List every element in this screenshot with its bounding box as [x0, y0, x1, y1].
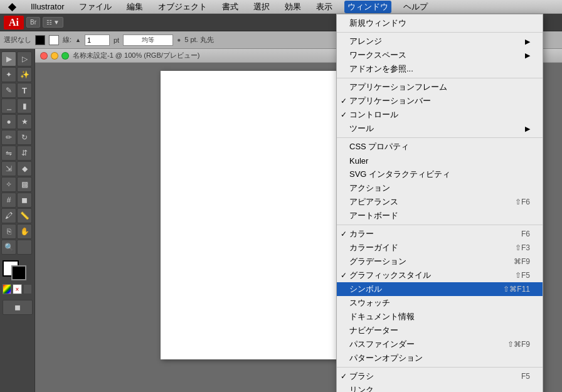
color-mode-btn[interactable]: [3, 284, 11, 294]
slice-tool[interactable]: ⎘: [1, 224, 16, 239]
stroke-style-label: 均等: [142, 36, 154, 45]
screen-mode-btn[interactable]: ◼: [3, 300, 33, 315]
menu-item-css-properties[interactable]: CSS プロパティ: [337, 140, 543, 154]
tool-row-6: ✏ ↻: [1, 130, 33, 145]
menu-item-appearance[interactable]: アピアランス⇧F6: [337, 195, 543, 209]
stroke-width-input[interactable]: [85, 34, 110, 46]
menu-item-gradient[interactable]: グラデーション⌘F9: [337, 255, 543, 268]
menu-label-pathfinder: パスファインダー: [349, 339, 415, 350]
submenu-arrow-tools: ▶: [525, 125, 530, 133]
menubar-window[interactable]: ウィンドウ: [344, 1, 391, 13]
menubar-file[interactable]: ファイル: [76, 1, 115, 13]
arrange-btn[interactable]: ☷ ▼: [43, 17, 63, 28]
tool-row-9: ✧ ▩: [1, 177, 33, 192]
menu-item-color-guide[interactable]: カラーガイド⇧F3: [337, 241, 543, 255]
menubar-select[interactable]: 選択: [250, 1, 273, 13]
stroke-style-preview[interactable]: 均等: [123, 34, 173, 46]
minimize-btn[interactable]: [51, 52, 58, 60]
menu-item-app-bar[interactable]: ✓アプリケーションバー: [337, 94, 543, 108]
rect-tool[interactable]: ▮: [17, 98, 32, 114]
maximize-btn[interactable]: [61, 52, 69, 60]
arrow-tool[interactable]: ▶: [1, 51, 16, 66]
line-tool[interactable]: ⎯: [1, 98, 16, 114]
pen-tool[interactable]: ✎: [1, 83, 16, 98]
mac-menubar: ◆ Illustrator ファイル 編集 オブジェクト 書式 選択 効果 表示…: [0, 0, 562, 14]
menubar-type[interactable]: 書式: [219, 1, 241, 13]
menu-item-svg-interactive[interactable]: SVG インタラクティビティ: [337, 167, 543, 181]
menubar-edit[interactable]: 編集: [124, 1, 146, 13]
menu-label-links: リンク: [349, 384, 374, 392]
menu-item-workspace[interactable]: ワークスペース▶: [337, 48, 543, 62]
shortcut-color: F6: [521, 230, 530, 238]
stroke-swatch[interactable]: [49, 35, 59, 45]
tool-row-10: # ◼: [1, 193, 33, 208]
measure-tool[interactable]: 📏: [17, 208, 32, 223]
shortcut-brushes: F5: [521, 372, 530, 381]
menubar-effect[interactable]: 効果: [282, 1, 304, 13]
tool-row-3: ✎ T: [1, 83, 33, 98]
mesh-tool[interactable]: #: [1, 193, 16, 208]
close-btn[interactable]: [40, 52, 48, 60]
menu-item-tools[interactable]: ツール▶: [337, 122, 543, 135]
menu-item-new-window[interactable]: 新規ウィンドウ: [337, 16, 543, 30]
menu-label-symbols: シンボル: [349, 283, 382, 295]
menu-item-artboards[interactable]: アートボード: [337, 209, 543, 223]
tool-row-13: 🔍: [1, 240, 33, 255]
graph-tool[interactable]: ▩: [17, 177, 32, 192]
magic-wand-tool[interactable]: ✨: [17, 67, 32, 82]
menu-label-workspace: ワークスペース: [349, 50, 406, 61]
lasso-tool[interactable]: ✦: [1, 67, 16, 82]
menu-item-arrange[interactable]: アレンジ▶: [337, 34, 543, 48]
menu-item-swatches[interactable]: スウォッチ: [337, 296, 543, 310]
dash-label: 5 pt. 丸先: [184, 35, 213, 45]
menubar-illustrator[interactable]: Illustrator: [28, 1, 67, 12]
menubar-view[interactable]: 表示: [313, 1, 336, 13]
menu-item-navigator[interactable]: ナビゲーター: [337, 324, 543, 337]
tool-row-5: ● ★: [1, 114, 33, 129]
menu-label-new-window: 新規ウィンドウ: [349, 18, 406, 29]
none-mode-btn[interactable]: ×: [13, 284, 21, 294]
stroke-box[interactable]: [11, 265, 26, 280]
reshape-tool[interactable]: ⇲: [1, 161, 16, 176]
pencil-tool[interactable]: ✏: [1, 130, 16, 145]
eyedropper-tool[interactable]: 🖍: [1, 208, 16, 223]
rotate-tool[interactable]: ↻: [17, 130, 32, 145]
hand-tool[interactable]: ✋: [17, 224, 32, 239]
shortcut-appearance: ⇧F6: [515, 198, 530, 206]
gradient-mode-btn[interactable]: [23, 284, 32, 294]
up-arrow-icon[interactable]: ▲: [75, 37, 81, 43]
gradient-tool[interactable]: ◼: [17, 193, 32, 208]
type-tool[interactable]: T: [17, 83, 32, 98]
menu-item-document-info[interactable]: ドキュメント情報: [337, 310, 543, 324]
paintbrush-tool[interactable]: ★: [17, 114, 32, 129]
menubar-help[interactable]: ヘルプ: [400, 1, 431, 13]
menu-item-actions[interactable]: アクション: [337, 181, 543, 195]
menu-item-brushes[interactable]: ✓ブラシF5: [337, 369, 543, 383]
direct-select-tool[interactable]: ▷: [17, 51, 32, 66]
window-menu: 新規ウィンドウアレンジ▶ワークスペース▶アドオンを参照...アプリケーションフレ…: [336, 14, 543, 392]
menu-item-links[interactable]: リンク: [337, 383, 543, 392]
menu-item-control[interactable]: ✓コントロール: [337, 108, 543, 122]
ai-logo: Ai: [4, 16, 24, 29]
menu-item-color[interactable]: ✓カラーF6: [337, 227, 543, 241]
menu-item-pattern-options[interactable]: パターンオプション: [337, 351, 543, 365]
fill-swatch[interactable]: [35, 35, 45, 45]
menu-item-app-frame[interactable]: アプリケーションフレーム: [337, 80, 543, 94]
zoom-tool[interactable]: 🔍: [1, 240, 16, 255]
menubar-object[interactable]: オブジェクト: [155, 1, 210, 13]
menu-item-pathfinder[interactable]: パスファインダー⇧⌘F9: [337, 337, 543, 351]
scale-tool[interactable]: ⇵: [17, 146, 32, 161]
apple-menu[interactable]: ◆: [5, 0, 19, 13]
blend-tool[interactable]: ◆: [17, 161, 32, 176]
menu-item-graphic-styles[interactable]: ✓グラフィックスタイル⇧F5: [337, 268, 543, 282]
menu-item-browse-addons[interactable]: アドオンを参照...: [337, 62, 543, 76]
ellipse-tool[interactable]: ●: [1, 114, 16, 129]
menu-label-appearance: アピアランス: [349, 196, 398, 208]
symbol-tool[interactable]: ✧: [1, 177, 16, 192]
menu-item-kuler[interactable]: Kuler: [337, 154, 543, 167]
reflect-tool[interactable]: ⇋: [1, 146, 16, 161]
menu-item-symbols[interactable]: シンボル⇧⌘F11: [337, 282, 543, 296]
dot-preview: ●: [177, 36, 181, 43]
bridge-btn[interactable]: Br: [26, 17, 40, 28]
tool-row-12: ⎘ ✋: [1, 224, 33, 239]
